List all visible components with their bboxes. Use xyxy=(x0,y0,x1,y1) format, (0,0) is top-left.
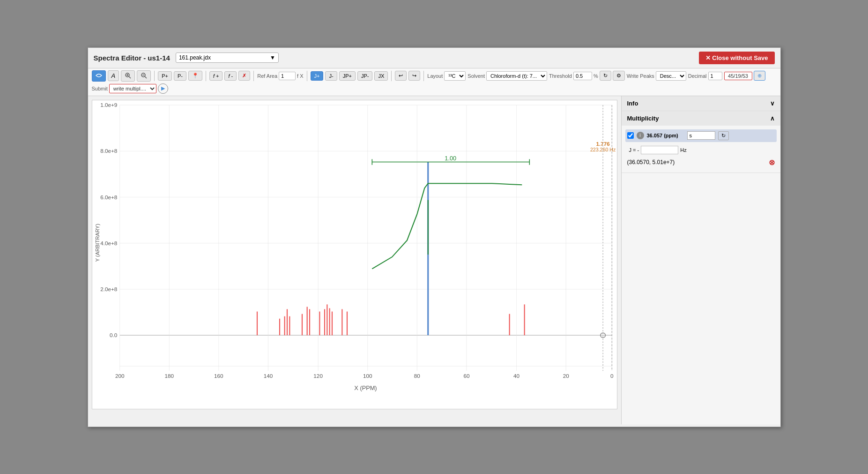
svg-text:0: 0 xyxy=(610,373,614,379)
ref-area-input[interactable] xyxy=(279,72,296,80)
svg-text:120: 120 xyxy=(313,373,323,379)
layout-select[interactable]: ¹³C xyxy=(444,71,466,81)
svg-text:60: 60 xyxy=(463,373,469,379)
zoom-fit-button[interactable] xyxy=(92,70,106,82)
svg-text:1.0e+9: 1.0e+9 xyxy=(100,102,117,108)
decimal-input[interactable] xyxy=(708,72,722,80)
threshold-label: Threshold xyxy=(549,73,572,79)
multiplicity-label: Multiplicity xyxy=(627,115,659,122)
title-bar: Spectra Editor - us1-14 161.peak.jdx ▼ ✕… xyxy=(88,48,780,68)
coord-display: (36.0570, 5.01e+7) xyxy=(627,159,675,166)
threshold-group: Threshold % ↻ ⚙ xyxy=(549,71,625,81)
info-label: Info xyxy=(627,100,638,107)
decimal-label: Decimal xyxy=(688,73,707,79)
solvent-select[interactable]: Chloroform-d (t): 7... xyxy=(486,71,547,81)
zoom-in-button[interactable] xyxy=(121,70,135,82)
main-window: Spectra Editor - us1-14 161.peak.jdx ▼ ✕… xyxy=(88,47,781,427)
svg-text:6.0e+8: 6.0e+8 xyxy=(100,194,117,200)
file-select-dropdown[interactable]: 161.peak.jdx ▼ xyxy=(176,53,279,63)
solvent-group: Solvent Chloroform-d (t): 7... xyxy=(467,71,547,81)
text-tool-button[interactable]: A xyxy=(108,70,119,81)
submit-label: Submit xyxy=(92,86,108,91)
svg-text:20: 20 xyxy=(563,373,569,379)
title-bar-left: Spectra Editor - us1-14 161.peak.jdx ▼ xyxy=(94,53,279,63)
svg-text:1.00: 1.00 xyxy=(445,155,456,161)
chart-svg: 1.0e+9 8.0e+8 6.0e+8 4.0e+8 2.0e+8 0.0 Y… xyxy=(92,100,617,409)
svg-text:8.0e+8: 8.0e+8 xyxy=(100,148,117,154)
layout-label: Layout xyxy=(427,73,443,79)
mult-checkbox[interactable] xyxy=(627,132,634,139)
peak-neg-button[interactable]: P- xyxy=(174,71,186,81)
pin-button[interactable]: 📍 xyxy=(188,71,202,81)
coord-row: (36.0570, 5.01e+7) ⊗ xyxy=(625,156,777,169)
zoom-out-button[interactable] xyxy=(137,70,151,82)
submit-select[interactable]: write multipl.... xyxy=(109,84,156,93)
window-title: Spectra Editor - us1-14 xyxy=(94,54,170,62)
multiplicity-content: i 36.057 (ppm) ↻ J = - Hz (36.0570, 5.01… xyxy=(622,126,780,173)
info-collapse-icon: ∨ xyxy=(770,100,775,107)
j-input[interactable] xyxy=(641,146,678,154)
undo-button[interactable]: ↩ xyxy=(395,71,407,81)
threshold-unit: % xyxy=(594,73,598,79)
multiplicity-section: Multiplicity ∧ i 36.057 (ppm) ↻ J = - xyxy=(622,111,780,173)
svg-rect-7 xyxy=(92,100,617,409)
j-row: J = - Hz xyxy=(625,144,777,156)
threshold-settings-button[interactable]: ⚙ xyxy=(613,71,625,81)
j-unit: Hz xyxy=(680,147,686,153)
solvent-label: Solvent xyxy=(467,73,485,79)
svg-text:160: 160 xyxy=(214,373,223,379)
threshold-refresh-button[interactable]: ↻ xyxy=(600,71,611,81)
submit-play-button[interactable]: ▶ xyxy=(158,83,168,94)
chart-area: 1.0e+9 8.0e+8 6.0e+8 4.0e+8 2.0e+8 0.0 Y… xyxy=(88,96,621,424)
write-peaks-group: Write Peaks Desc... xyxy=(627,71,686,81)
sidebar: Info ∨ Multiplicity ∧ i 36.057 (ppm) xyxy=(621,96,780,424)
svg-line-5 xyxy=(145,76,147,78)
delete-button[interactable]: ✗ xyxy=(238,71,250,81)
svg-text:0.0: 0.0 xyxy=(110,332,117,338)
ref-area-label: Ref Area xyxy=(257,73,277,79)
svg-text:180: 180 xyxy=(164,373,174,379)
counter-add-button[interactable]: ⊕ xyxy=(754,71,765,81)
jp-minus-button[interactable]: JP- xyxy=(357,71,373,81)
submit-group: Submit write multipl.... ▶ xyxy=(92,83,168,94)
svg-line-1 xyxy=(129,76,131,78)
svg-text:100: 100 xyxy=(363,373,372,379)
f-plus-button[interactable]: f + xyxy=(209,71,223,81)
main-area: 1.0e+9 8.0e+8 6.0e+8 4.0e+8 2.0e+8 0.0 Y… xyxy=(88,96,780,424)
coord-delete-button[interactable]: ⊗ xyxy=(769,158,775,167)
counter-input[interactable] xyxy=(724,72,752,80)
chevron-down-icon: ▼ xyxy=(270,54,275,61)
mult-info-icon[interactable]: i xyxy=(637,132,644,139)
mult-refresh-button[interactable]: ↻ xyxy=(718,131,729,140)
svg-text:80: 80 xyxy=(414,373,420,379)
threshold-input[interactable] xyxy=(573,72,592,80)
f-minus-button[interactable]: f - xyxy=(224,71,237,81)
svg-text:2.0e+8: 2.0e+8 xyxy=(100,286,117,292)
svg-text:X (PPM): X (PPM) xyxy=(354,384,377,391)
close-without-save-button[interactable]: ✕ Close without Save xyxy=(699,52,775,64)
svg-text:200: 200 xyxy=(115,373,124,379)
write-peaks-select[interactable]: Desc... xyxy=(656,71,686,81)
j-plus-button[interactable]: J+ xyxy=(311,71,324,81)
info-header[interactable]: Info ∨ xyxy=(622,96,780,111)
counter-group: ⊕ xyxy=(724,71,765,81)
ref-area-group: Ref Area f X xyxy=(257,72,303,80)
j-label: J = - xyxy=(629,147,639,153)
layout-group: Layout ¹³C xyxy=(427,71,466,81)
file-select-value: 161.peak.jdx xyxy=(179,54,211,61)
mult-type-input[interactable] xyxy=(687,131,715,140)
svg-text:40: 40 xyxy=(513,373,519,379)
fx-label: f X xyxy=(297,73,303,79)
chart-container[interactable]: 1.0e+9 8.0e+8 6.0e+8 4.0e+8 2.0e+8 0.0 Y… xyxy=(92,100,617,409)
j-minus-button[interactable]: J- xyxy=(325,71,337,81)
svg-text:140: 140 xyxy=(263,373,273,379)
peak-pos-button[interactable]: P+ xyxy=(158,71,172,81)
svg-text:4.0e+8: 4.0e+8 xyxy=(100,241,117,246)
jp-plus-button[interactable]: JP+ xyxy=(339,71,356,81)
multiplicity-header[interactable]: Multiplicity ∧ xyxy=(622,111,780,126)
toolbar: A P+ P- 📍 f + f - ✗ Ref Area f X J+ J- J… xyxy=(88,68,780,96)
jx-button[interactable]: JX xyxy=(374,71,388,81)
redo-button[interactable]: ↪ xyxy=(408,71,420,81)
decimal-group: Decimal xyxy=(688,72,722,80)
multiplicity-collapse-icon: ∧ xyxy=(770,115,775,122)
